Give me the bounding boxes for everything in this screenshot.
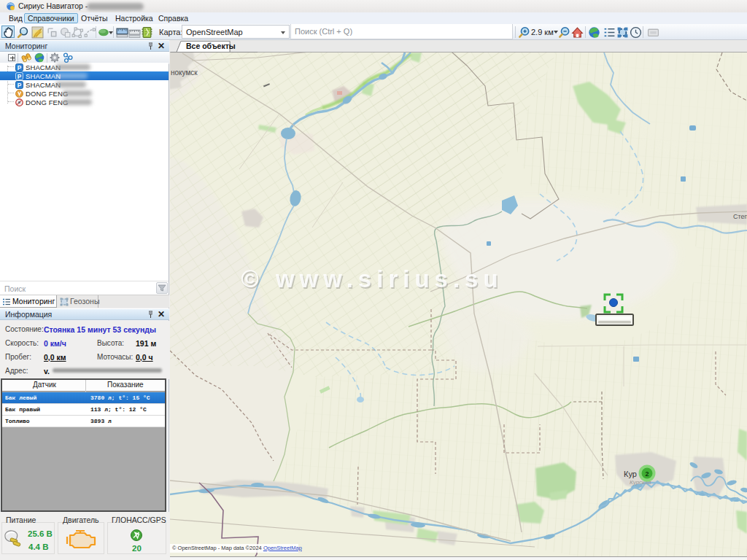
svg-text:P: P <box>18 73 22 79</box>
svg-text:2: 2 <box>645 470 649 478</box>
svg-text:P: P <box>18 64 22 71</box>
svg-text:© www.sirius.su: © www.sirius.su <box>241 265 503 292</box>
svg-text:нокумск: нокумск <box>171 69 198 77</box>
svg-text:Степн: Степн <box>733 213 747 220</box>
svg-text:Кур: Кур <box>624 470 637 478</box>
svg-text:P: P <box>18 82 22 88</box>
